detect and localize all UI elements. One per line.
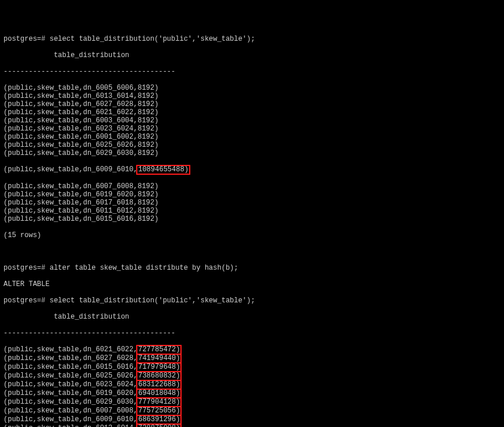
result-row: (public,skew_table,dn_6023_6024, bbox=[3, 380, 137, 389]
highlight-skew-value: 10894655488) bbox=[136, 165, 190, 175]
result-row: (public,skew_table,dn_6003_6004,8192) bbox=[3, 117, 501, 125]
separator: ----------------------------------------… bbox=[3, 68, 501, 76]
result-row: (public,skew_table,dn_6019_6020, bbox=[3, 389, 137, 397]
result-row: (public,skew_table,dn_6015_6016, bbox=[3, 363, 137, 371]
sql-command: alter table skew_table distribute by has… bbox=[49, 264, 238, 272]
result-row: (public,skew_table,dn_6009_6010, bbox=[3, 165, 137, 174]
separator: ----------------------------------------… bbox=[3, 329, 501, 337]
result-row: (public,skew_table,dn_6029_6030,8192) bbox=[3, 149, 501, 157]
result-row: (public,skew_table,dn_6009_6010, bbox=[3, 415, 137, 424]
result-row: (public,skew_table,dn_6013_6014,8192) bbox=[3, 92, 501, 100]
result-row: (public,skew_table,dn_6021_6022,8192) bbox=[3, 108, 501, 117]
result-row: (public,skew_table,dn_6027_6028, bbox=[3, 354, 137, 362]
column-header: table_distribution bbox=[3, 313, 501, 321]
column-header: table_distribution bbox=[3, 51, 501, 59]
result-row: (public,skew_table,dn_6013_6014, bbox=[3, 424, 137, 427]
result-row: (public,skew_table,dn_6015_6016,8192) bbox=[3, 215, 501, 223]
result-row: (public,skew_table,dn_6023_6024,8192) bbox=[3, 125, 501, 133]
result-row: (public,skew_table,dn_6025_6026,8192) bbox=[3, 141, 501, 149]
result-row: (public,skew_table,dn_6007_6008,8192) bbox=[3, 182, 501, 190]
prompt: postgres=# bbox=[3, 297, 49, 305]
result-row: (public,skew_table,dn_6017_6018,8192) bbox=[3, 199, 501, 207]
result-row: (public,skew_table,dn_6021_6022, bbox=[3, 345, 137, 354]
command-response: ALTER TABLE bbox=[3, 280, 501, 288]
result-row: (public,skew_table,dn_6019_6020,8192) bbox=[3, 190, 501, 199]
sql-command: select table_distribution('public','skew… bbox=[49, 35, 255, 43]
sql-command: select table_distribution('public','skew… bbox=[49, 297, 255, 305]
prompt: postgres=# bbox=[3, 35, 49, 43]
result-row: (public,skew_table,dn_6029_6030, bbox=[3, 398, 137, 406]
result-row: (public,skew_table,dn_6027_6028,8192) bbox=[3, 100, 501, 108]
result-row: (public,skew_table,dn_6005_6006,8192) bbox=[3, 84, 501, 92]
prompt: postgres=# bbox=[3, 264, 49, 272]
result-row: (public,skew_table,dn_6011_6012,8192) bbox=[3, 207, 501, 215]
result-row: (public,skew_table,dn_6025_6026, bbox=[3, 372, 137, 380]
result-row: (public,skew_table,dn_6001_6002,8192) bbox=[3, 133, 501, 141]
row-count: (15 rows) bbox=[3, 231, 501, 239]
highlight-distributed-value: 728875008) bbox=[136, 424, 182, 427]
result-row: (public,skew_table,dn_6007_6008, bbox=[3, 407, 137, 415]
